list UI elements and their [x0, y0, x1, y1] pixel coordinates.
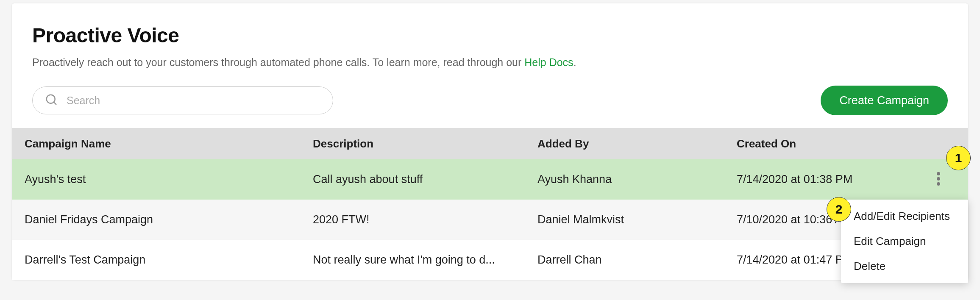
main-card: Proactive Voice Proactively reach out to…	[12, 3, 968, 280]
table-row[interactable]: Ayush's test Call ayush about stuff Ayus…	[12, 159, 968, 200]
toolbar: Create Campaign	[32, 86, 948, 115]
column-header-created-on[interactable]: Created On	[737, 137, 922, 150]
help-docs-link[interactable]: Help Docs	[524, 56, 573, 68]
campaign-table: Campaign Name Description Added By Creat…	[12, 128, 968, 280]
svg-point-2	[937, 172, 940, 175]
create-campaign-button[interactable]: Create Campaign	[821, 86, 948, 115]
cell-description: 2020 FTW!	[313, 213, 537, 226]
page-title: Proactive Voice	[32, 24, 948, 47]
cell-campaign-name: Daniel Fridays Campaign	[25, 213, 313, 226]
menu-item-add-edit-recipients[interactable]: Add/Edit Recipients	[841, 204, 968, 229]
search-input[interactable]	[32, 86, 333, 114]
row-context-menu: Add/Edit Recipients Edit Campaign Delete…	[841, 200, 968, 283]
column-header-name[interactable]: Campaign Name	[25, 137, 313, 150]
svg-point-4	[937, 182, 940, 186]
table-row[interactable]: Daniel Fridays Campaign 2020 FTW! Daniel…	[12, 200, 968, 240]
more-vertical-icon	[937, 181, 940, 187]
cell-added-by: Darrell Chan	[537, 253, 737, 267]
subtitle-suffix: .	[574, 56, 576, 68]
cell-added-by: Daniel Malmkvist	[537, 213, 737, 226]
search-icon	[45, 93, 58, 108]
menu-item-delete[interactable]: Delete	[841, 254, 968, 279]
table-header-row: Campaign Name Description Added By Creat…	[12, 128, 968, 159]
cell-campaign-name: Ayush's test	[25, 173, 313, 186]
menu-item-edit-campaign[interactable]: Edit Campaign	[841, 229, 968, 254]
subtitle-prefix: Proactively reach out to your customers …	[32, 56, 524, 68]
row-actions-button[interactable]	[934, 169, 943, 189]
header-area: Proactive Voice Proactively reach out to…	[12, 3, 968, 128]
column-header-added-by[interactable]: Added By	[537, 137, 737, 150]
cell-description: Call ayush about stuff	[313, 173, 537, 186]
search-box	[32, 86, 333, 114]
cell-campaign-name: Darrell's Test Campaign	[25, 253, 313, 267]
cell-added-by: Ayush Khanna	[537, 173, 737, 186]
table-row[interactable]: Darrell's Test Campaign Not really sure …	[12, 240, 968, 280]
page-subtitle: Proactively reach out to your customers …	[32, 56, 948, 69]
cell-created-on: 7/14/2020 at 01:38 PM	[737, 173, 922, 186]
svg-point-3	[937, 177, 940, 181]
column-header-description[interactable]: Description	[313, 137, 537, 150]
cell-description: Not really sure what I'm going to d...	[313, 253, 537, 267]
svg-line-1	[54, 102, 56, 104]
